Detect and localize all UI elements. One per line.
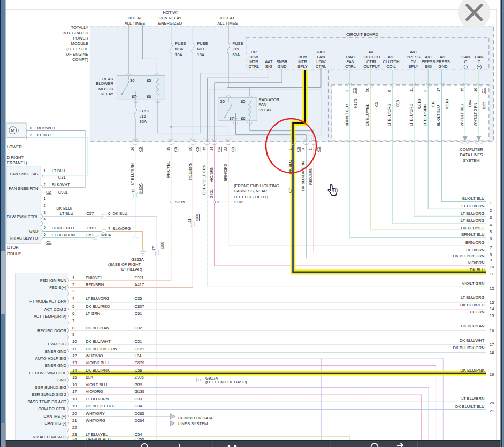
svg-text:BLK/LT BLU: BLK/LT BLU [52, 226, 74, 230]
svg-text:C32: C32 [135, 326, 142, 330]
svg-text:21: 21 [490, 409, 494, 413]
svg-text:M: M [11, 128, 14, 133]
svg-text:(BASE OF RIGHT: (BASE OF RIGHT [108, 262, 141, 267]
svg-text:WHT/ORG: WHT/ORG [86, 418, 105, 423]
svg-text:DK BLU/WHT: DK BLU/WHT [86, 339, 111, 344]
svg-text:FUSE: FUSE [233, 41, 243, 46]
svg-text:TOTALLY: TOTALLY [71, 25, 89, 30]
svg-text:FUSE: FUSE [197, 41, 208, 46]
svg-text:I480A: I480A [101, 233, 112, 237]
svg-text:RUN RELAY: RUN RELAY [159, 16, 182, 20]
svg-text:BRN/ORG: BRN/ORG [465, 240, 485, 245]
svg-text:ALL TIMES: ALL TIMES [125, 21, 145, 26]
svg-text:MODULE: MODULE [71, 41, 89, 46]
svg-text:C807: C807 [135, 304, 144, 309]
svg-text:BLK/ORG: BLK/ORG [113, 226, 131, 231]
svg-text:C: C [464, 59, 468, 64]
svg-text:I480A: I480A [138, 183, 143, 194]
svg-text:C5: C5 [195, 147, 200, 152]
svg-text:G139: G139 [135, 389, 145, 394]
svg-text:COMPUTER DATA: COMPUTER DATA [178, 415, 213, 420]
svg-text:"D" PILLAR): "D" PILLAR) [120, 267, 142, 272]
svg-text:C4: C4 [217, 147, 222, 152]
svg-text:16: 16 [490, 328, 494, 333]
svg-text:GND: GND [439, 64, 448, 69]
svg-text:DK BLU/RED: DK BLU/RED [86, 304, 110, 309]
svg-text:10A: 10A [197, 52, 205, 57]
svg-text:LOWER: LOWER [7, 144, 22, 149]
svg-text:LT GRN: LT GRN [86, 311, 100, 316]
svg-text:A/C: A/C [368, 50, 375, 55]
svg-text:ALL TIMES: ALL TIMES [217, 21, 238, 26]
svg-text:SNSR: SNSR [276, 59, 288, 64]
svg-text:COIL: COIL [386, 64, 396, 69]
svg-text:ACT TEMP(DRIV): ACT TEMP(DRIV) [34, 314, 67, 319]
svg-text:A/C: A/C [388, 55, 395, 59]
svg-text:(+): (+) [477, 64, 482, 69]
svg-text:20: 20 [72, 411, 77, 416]
svg-text:86: 86 [241, 116, 245, 121]
svg-text:I300: I300 [159, 242, 164, 249]
svg-text:5: 5 [490, 229, 492, 234]
svg-text:LOW: LOW [316, 59, 326, 64]
svg-text:DK BLU/: DK BLU/ [56, 206, 72, 211]
svg-text:CTRL: CTRL [249, 64, 259, 69]
svg-text:J19: J19 [233, 47, 239, 51]
svg-text:S102: S102 [234, 199, 243, 204]
svg-text:D RIGHT: D RIGHT [7, 155, 24, 160]
svg-text:13: 13 [490, 300, 494, 305]
svg-text:ERPANEL): ERPANEL) [7, 160, 27, 165]
svg-text:17: 17 [490, 342, 494, 347]
svg-text:50: 50 [365, 88, 370, 92]
svg-text:PASS TEMP DR ACT: PASS TEMP DR ACT [27, 399, 66, 404]
svg-text:16: 16 [473, 88, 478, 92]
svg-text:22: 22 [223, 147, 228, 151]
svg-text:RR AC BLW FD: RR AC BLW FD [10, 236, 39, 241]
svg-text:DK BLU/WHT: DK BLU/WHT [460, 338, 485, 343]
svg-text:FT MODE ACT DRV: FT MODE ACT DRV [29, 299, 67, 304]
svg-text:RED/BRN: RED/BRN [188, 163, 193, 180]
svg-text:2: 2 [423, 90, 427, 92]
svg-text:DK BLU/DK GRN: DK BLU/DK GRN [453, 253, 484, 258]
svg-text:FSD IGN RUN: FSD IGN RUN [40, 278, 66, 283]
svg-text:ACT COM 2: ACT COM 2 [44, 307, 66, 312]
svg-text:OF ENGINE: OF ENGINE [66, 52, 88, 57]
svg-text:2: 2 [490, 208, 492, 213]
svg-text:VIO/DK BLU: VIO/DK BLU [86, 360, 109, 365]
svg-text:FT BLW PWM CTRL: FT BLW PWM CTRL [29, 371, 66, 375]
svg-text:9: 9 [490, 258, 492, 263]
svg-text:LT BLU/BRN: LT BLU/BRN [461, 396, 484, 401]
svg-text:RED/BRN: RED/BRN [308, 168, 313, 185]
svg-text:VIO/BRN: VIO/BRN [209, 166, 214, 182]
svg-text:S215: S215 [175, 199, 185, 204]
svg-text:C6: C6 [296, 147, 301, 152]
svg-text:RELAY: RELAY [259, 107, 272, 112]
svg-text:C5: C5 [138, 147, 143, 152]
svg-text:DK BLU/DK GRN: DK BLU/DK GRN [86, 346, 117, 351]
svg-text:C3: C3 [231, 147, 235, 152]
svg-text:16: 16 [72, 382, 77, 387]
svg-text:MOTOR: MOTOR [98, 87, 114, 91]
svg-text:DK BLU: DK BLU [113, 211, 127, 216]
svg-text:DK BLU: DK BLU [288, 160, 293, 174]
svg-text:VIO/LT BLU: VIO/LT BLU [86, 382, 107, 387]
svg-text:Z910: Z910 [86, 226, 95, 230]
svg-text:(LEFT END OF DASH): (LEFT END OF DASH) [205, 380, 247, 384]
svg-text:DK BLU/PNK: DK BLU/PNK [86, 368, 110, 373]
svg-text:7: 7 [108, 226, 110, 231]
svg-text:6: 6 [387, 90, 392, 92]
svg-text:C54: C54 [135, 432, 142, 437]
svg-text:GND: GND [29, 229, 39, 234]
svg-text:87: 87 [230, 116, 234, 121]
svg-text:FAN: FAN [259, 102, 267, 107]
svg-text:8: 8 [490, 252, 492, 257]
svg-text:LT BLU: LT BLU [60, 211, 73, 216]
svg-text:C6: C6 [173, 147, 178, 152]
svg-text:LT BLU/BRN: LT BLU/BRN [130, 163, 135, 185]
svg-text:SIG: SIG [265, 64, 272, 69]
svg-text:C21: C21 [135, 339, 142, 344]
svg-text:BRN/LT BLU: BRN/LT BLU [461, 232, 484, 237]
svg-text:11: 11 [490, 272, 494, 276]
svg-text:60A: 60A [233, 52, 240, 57]
svg-text:C57: C57 [86, 211, 94, 216]
